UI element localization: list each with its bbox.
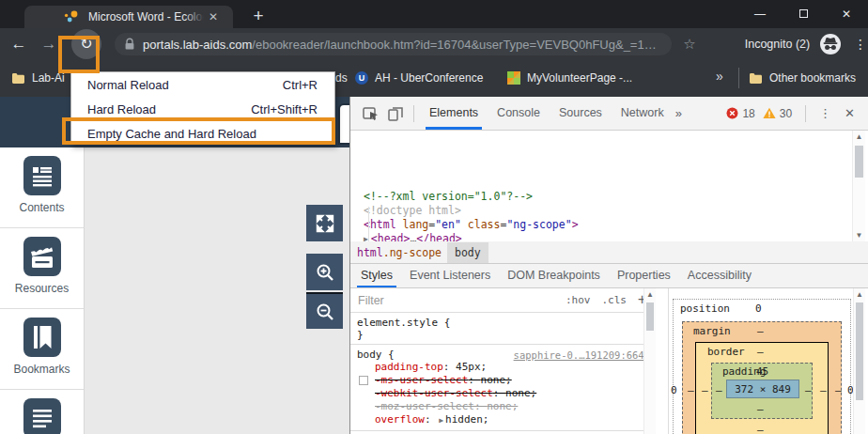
padding-bottom-value: – xyxy=(757,403,764,415)
styles-filter-input[interactable] xyxy=(356,293,554,308)
zoom-in-button[interactable] xyxy=(306,254,343,290)
toolbar-divider xyxy=(413,105,414,122)
zoom-out-button[interactable] xyxy=(306,292,343,329)
dom-tree-node[interactable]: <!doctype html> xyxy=(350,204,868,218)
inspect-element-icon[interactable] xyxy=(363,106,379,121)
device-toolbar-icon[interactable] xyxy=(388,106,403,121)
browser-toolbar: ← → ↻ portals.lab-aids.com/ebookreader/l… xyxy=(0,28,868,60)
css-property-checkbox[interactable] xyxy=(359,376,368,385)
box-model-scrollbar[interactable]: ▲ xyxy=(853,288,865,434)
devtools-close-icon[interactable]: ✕ xyxy=(845,106,855,120)
annotation-reload-button xyxy=(58,36,100,73)
maximize-button[interactable] xyxy=(782,0,825,28)
other-bookmarks-button[interactable]: Other bookmarks xyxy=(749,69,856,87)
panel-tab-styles[interactable]: Styles xyxy=(352,264,401,287)
css-rule: sapphire-0.…191209:6646body {padding-top… xyxy=(350,345,656,431)
code-token: </head> xyxy=(416,232,461,241)
scroll-up-icon[interactable]: ▲ xyxy=(854,288,865,301)
breadcrumb-body[interactable]: body xyxy=(447,242,488,263)
scrollbar-thumb[interactable] xyxy=(856,302,863,400)
dom-tree-node[interactable]: <html lang="en" class="ng-scope"> xyxy=(350,218,868,232)
css-property-name: -moz-user-select xyxy=(375,400,474,412)
bookmarks-overflow-icon[interactable]: » xyxy=(716,69,723,84)
list-icon xyxy=(30,406,54,430)
address-bar[interactable]: portals.lab-aids.com/ebookreader/launchb… xyxy=(115,33,672,55)
scroll-down-icon[interactable]: ▼ xyxy=(853,229,865,241)
new-tab-button[interactable]: + xyxy=(246,4,271,28)
window-close-button[interactable]: ✕ xyxy=(825,0,868,28)
css-source-link[interactable]: sapphire-0.…191209:6646 xyxy=(514,349,650,361)
styles-scrollbar[interactable]: ▲ xyxy=(643,288,656,434)
toggle-element-state-button[interactable]: :hov xyxy=(566,294,591,306)
devtools-menu-icon[interactable]: ⋮ xyxy=(819,106,831,120)
css-property-value: none; xyxy=(481,374,512,386)
breadcrumb-html[interactable]: html.ng-scope xyxy=(357,246,442,259)
bookmark-label: MyVolunteerPage -... xyxy=(527,71,632,85)
box-model-content[interactable]: 372 × 849 xyxy=(726,380,799,398)
folder-icon xyxy=(749,72,763,85)
expand-arrow-icon[interactable]: ▶ xyxy=(364,235,371,241)
sidebar-item-extra[interactable] xyxy=(0,390,84,434)
element-classes-button[interactable]: .cls xyxy=(601,294,627,306)
panel-tab-accessibility[interactable]: Accessibility xyxy=(679,264,760,287)
more-tabs-icon[interactable]: » xyxy=(675,106,682,120)
panel-tab-properties[interactable]: Properties xyxy=(609,264,679,287)
incognito-avatar-icon[interactable] xyxy=(819,33,842,55)
devtools-tab-network[interactable]: Network xyxy=(612,97,674,130)
css-selector[interactable]: element.style { xyxy=(357,317,656,329)
scrollbar-thumb[interactable] xyxy=(646,302,654,331)
forward-button[interactable]: → xyxy=(38,35,60,54)
back-button[interactable]: ← xyxy=(8,35,30,54)
error-icon[interactable] xyxy=(726,107,738,119)
warning-icon[interactable] xyxy=(763,107,776,119)
bookmark-star-icon[interactable]: ☆ xyxy=(683,36,695,53)
dom-tree-node[interactable]: ▶<head>…</head> xyxy=(350,232,868,241)
position-top-value: 0 xyxy=(755,302,762,315)
bookmark-label: AH - UberConference xyxy=(375,71,483,85)
browser-tab[interactable]: Microsoft Word - Ecology NEW T ✕ xyxy=(24,6,233,28)
css-declaration[interactable]: -moz-user-select: none; xyxy=(357,400,656,413)
css-closing-brace: } xyxy=(357,329,656,341)
sidebar-item-icon-tile xyxy=(23,156,61,195)
sidebar-item-icon-tile xyxy=(23,398,61,434)
bookmark-item[interactable]: UAH - UberConference xyxy=(355,69,483,87)
box-model-right-value: – xyxy=(805,384,812,396)
css-declaration[interactable]: overflow: ▶hidden; xyxy=(357,413,656,427)
border-top-value: – xyxy=(757,346,764,358)
css-declaration[interactable]: padding-top: 45px; xyxy=(357,361,656,374)
elements-scrollbar[interactable]: ▲ ▼ xyxy=(852,131,865,241)
panel-tab-dom-breakpoints[interactable]: DOM Breakpoints xyxy=(499,264,609,287)
sidebar-item-icon-tile xyxy=(23,237,61,276)
window-controls: — ✕ xyxy=(738,0,868,28)
menu-item-normal-reload[interactable]: Normal ReloadCtrl+R xyxy=(71,72,334,97)
scrollbar-thumb[interactable] xyxy=(855,146,863,178)
sidebar-panel-tabs: StylesEvent ListenersDOM BreakpointsProp… xyxy=(350,264,868,288)
bookmark-item[interactable]: Lab-Ai xyxy=(11,69,65,87)
padding-top-value: 45 xyxy=(756,365,768,378)
dom-tree-node[interactable]: <!--?xml version="1.0"?--> xyxy=(350,190,868,204)
sidebar-item-resources[interactable]: Resources xyxy=(0,228,84,309)
sidebar-item-bookmarks[interactable]: Bookmarks xyxy=(0,309,84,390)
css-property-value: 45px; xyxy=(456,361,487,373)
bookmark-item[interactable]: MyVolunteerPage -... xyxy=(507,69,632,87)
code-token: "ng-scope" xyxy=(506,218,571,231)
minimize-button[interactable]: — xyxy=(738,0,782,28)
ebook-reader-app: ContentsResourcesBookmarks xyxy=(0,97,349,434)
sidebar-item-contents[interactable]: Contents xyxy=(0,147,84,228)
expand-arrow-icon[interactable]: ▶ xyxy=(437,416,445,425)
browser-menu-icon[interactable]: ⋮ xyxy=(853,37,868,52)
scroll-up-icon[interactable]: ▲ xyxy=(644,288,656,301)
css-declaration[interactable]: -ms-user-select: none; xyxy=(357,374,656,387)
devtools-tab-sources[interactable]: Sources xyxy=(550,97,612,130)
css-property-name: -webkit-user-select xyxy=(375,387,493,399)
dom-breadcrumbs: html.ng-scope body xyxy=(350,241,868,264)
fullscreen-button[interactable] xyxy=(306,205,343,241)
panel-tab-event-listeners[interactable]: Event Listeners xyxy=(401,264,499,287)
devtools-tab-console[interactable]: Console xyxy=(488,97,550,130)
tab-close-icon[interactable]: ✕ xyxy=(209,11,218,23)
css-declaration[interactable]: -webkit-user-select: none; xyxy=(357,387,656,400)
devtools-tab-elements[interactable]: Elements xyxy=(420,97,488,130)
scroll-up-icon[interactable]: ▲ xyxy=(853,131,865,143)
bookmark-item[interactable]: ds xyxy=(335,69,348,87)
menu-item-shortcut: Ctrl+R xyxy=(283,78,318,92)
